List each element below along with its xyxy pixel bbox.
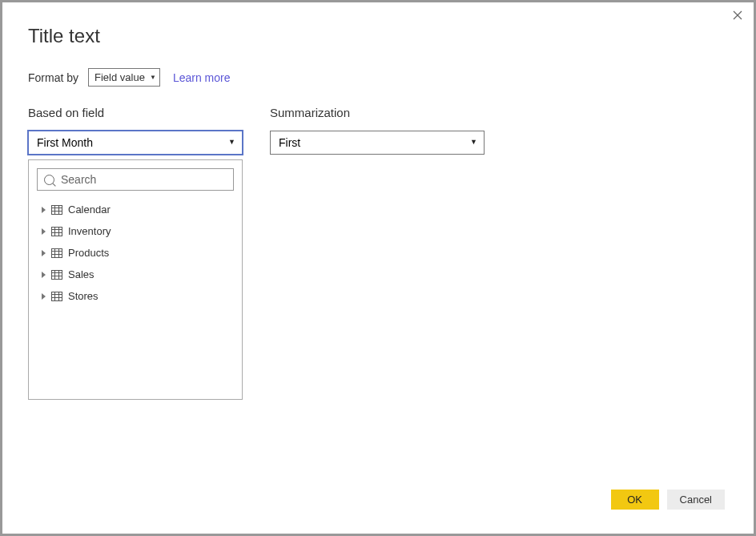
table-icon [51, 227, 62, 236]
svg-rect-17 [52, 270, 62, 279]
title-text-dialog: Title text Format by Field value Learn m… [2, 2, 754, 534]
based-on-field-label: Based on field [28, 106, 243, 119]
table-icon [51, 205, 62, 215]
based-on-field-value: First Month [37, 136, 93, 149]
field-tree: Calendar Inventory Products [37, 199, 234, 307]
tree-item-label: Calendar [68, 204, 111, 216]
tree-item-label: Inventory [68, 225, 111, 237]
svg-rect-7 [52, 227, 62, 236]
chevron-right-icon [42, 272, 46, 278]
chevron-right-icon [42, 250, 46, 256]
tree-item-products[interactable]: Products [40, 242, 234, 264]
cancel-button[interactable]: Cancel [667, 490, 725, 510]
summarization-label: Summarization [270, 106, 485, 119]
table-icon [51, 270, 62, 280]
format-by-row: Format by Field value Learn more [28, 68, 728, 87]
format-by-value: Field value [94, 71, 145, 83]
tree-item-calendar[interactable]: Calendar [40, 199, 234, 220]
svg-rect-2 [52, 205, 62, 214]
chevron-right-icon [42, 293, 46, 300]
based-on-field-column: Based on field First Month Calendar [28, 106, 243, 400]
format-by-select[interactable]: Field value [88, 68, 160, 87]
tree-item-label: Products [68, 247, 109, 259]
field-picker-flyout: Calendar Inventory Products [28, 159, 243, 400]
svg-rect-22 [52, 292, 62, 300]
tree-item-label: Stores [68, 290, 99, 302]
dialog-footer: OK Cancel [2, 490, 754, 534]
table-icon [51, 248, 62, 258]
tree-item-sales[interactable]: Sales [40, 264, 234, 285]
dialog-title: Title text [28, 25, 728, 47]
chevron-right-icon [42, 207, 46, 213]
close-button[interactable] [730, 7, 746, 23]
table-icon [51, 292, 62, 301]
format-by-label: Format by [28, 71, 78, 84]
summarization-dropdown[interactable]: First [270, 131, 485, 155]
ok-button[interactable]: OK [611, 490, 659, 510]
search-icon [44, 175, 54, 185]
search-box[interactable] [37, 168, 234, 191]
summarization-value: First [279, 136, 300, 149]
tree-item-stores[interactable]: Stores [40, 285, 234, 307]
learn-more-link[interactable]: Learn more [173, 71, 231, 84]
tree-item-label: Sales [68, 268, 94, 280]
search-input[interactable] [61, 173, 227, 186]
summarization-column: Summarization First [270, 106, 485, 400]
svg-rect-12 [52, 248, 62, 257]
chevron-right-icon [42, 228, 46, 235]
tree-item-inventory[interactable]: Inventory [40, 220, 234, 242]
based-on-field-dropdown[interactable]: First Month [28, 131, 243, 155]
